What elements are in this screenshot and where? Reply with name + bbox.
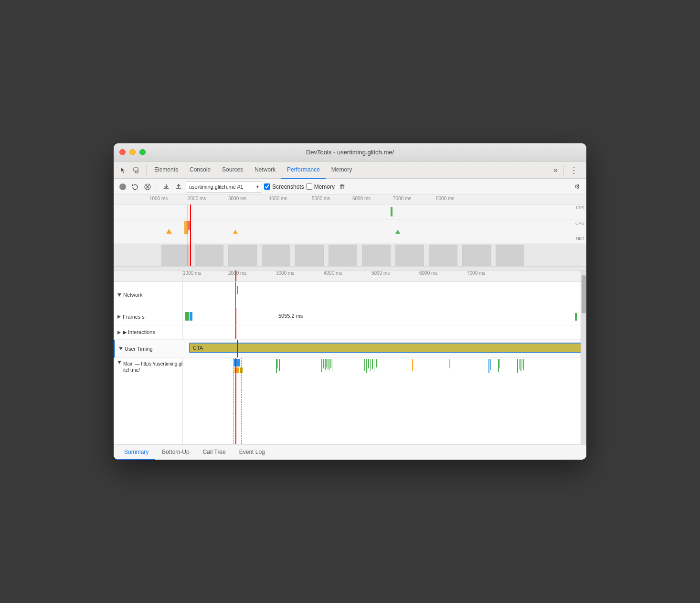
fps-label: FPS	[576, 205, 584, 210]
title-bar: DevTools - usertiming.glitch.me/	[114, 143, 586, 162]
screenshot-thumb	[228, 245, 257, 267]
net-label: NET	[576, 236, 584, 241]
device-toggle-icon[interactable]	[131, 164, 142, 176]
clear-button[interactable]	[142, 182, 153, 192]
network-collapse-icon	[117, 293, 121, 297]
user-timing-track: User Timing CTA	[114, 340, 586, 358]
frames-track: Frames s 5055.2 ms	[114, 308, 586, 325]
devtools-menu-button[interactable]: ⋮	[566, 165, 583, 175]
timeline-resize-handle[interactable]: ...	[114, 267, 586, 270]
ruler-4000: 4000 ms	[324, 270, 342, 276]
ruler-mark: 2000 ms	[188, 196, 206, 201]
screenshot-thumb	[195, 245, 223, 267]
screenshot-thumb	[262, 245, 290, 267]
screenshot-thumb	[161, 245, 190, 267]
delete-profile-button[interactable]: 🗑	[337, 182, 347, 192]
memory-checkbox[interactable]	[306, 183, 312, 190]
toolbar-end: ⚙	[572, 182, 583, 192]
interactions-track-content[interactable]	[183, 325, 586, 339]
tab-call-tree[interactable]: Call Tree	[196, 445, 233, 460]
settings-button[interactable]: ⚙	[572, 182, 583, 192]
tab-sources[interactable]: Sources	[216, 162, 249, 179]
frames-track-label[interactable]: Frames s	[114, 308, 183, 325]
screenshots-checkbox[interactable]	[264, 183, 270, 190]
fps-chart: FPS	[114, 205, 586, 220]
ruler-red-marker	[235, 270, 236, 281]
red-timeline-marker	[190, 205, 191, 267]
record-button[interactable]	[117, 182, 128, 192]
network-track-label[interactable]: Network	[114, 282, 183, 308]
tracks-area: Frames s 5055.2 ms ▶ Interactions	[114, 308, 586, 444]
profile-selector[interactable]: usertiming.glitch.me #1 ▼	[186, 181, 262, 193]
main-thread-label[interactable]: Main — https://usertiming.glitch.me/	[114, 358, 183, 444]
traffic-lights	[119, 149, 146, 155]
record-icon	[119, 183, 126, 190]
main-timeline: 1000 ms 2000 ms 3000 ms 4000 ms 5000 ms …	[114, 270, 586, 444]
ruler-5000: 5000 ms	[371, 270, 390, 276]
timeline-scrollbar[interactable]	[581, 270, 586, 444]
minimize-button[interactable]	[129, 149, 136, 155]
main-blue-block	[233, 359, 240, 366]
close-button[interactable]	[119, 149, 126, 155]
toolbar-divider	[146, 165, 147, 175]
ruler-mark: 1000 ms	[149, 196, 168, 201]
toolbar-sep-1	[157, 182, 157, 192]
ruler-mark: 5000 ms	[312, 196, 330, 201]
network-bar-blue	[237, 286, 238, 294]
screenshot-thumb	[362, 245, 391, 267]
more-tabs-button[interactable]: »	[550, 166, 562, 174]
cursor-icon[interactable]	[117, 164, 129, 176]
net-chart: NET	[114, 235, 586, 244]
green-timeline-marker	[188, 205, 188, 267]
devtools-tab-bar: Elements Console Sources Network Perform…	[114, 162, 586, 179]
interactions-track-label[interactable]: ▶ Interactions	[114, 325, 183, 339]
tab-memory[interactable]: Memory	[326, 162, 358, 179]
scrollbar-thumb[interactable]	[582, 275, 586, 313]
screenshot-thumb	[395, 245, 424, 267]
tab-bottom-up[interactable]: Bottom-Up	[155, 445, 196, 460]
screenshot-thumb	[462, 245, 491, 267]
save-profile-button[interactable]	[173, 182, 184, 192]
fps-bar	[391, 207, 392, 216]
svg-rect-1	[136, 171, 138, 173]
dashed-green-long	[238, 358, 238, 434]
tab-performance[interactable]: Performance	[281, 162, 326, 179]
main-thread-collapse-icon	[117, 361, 121, 364]
tab-network[interactable]: Network	[249, 162, 281, 179]
frames-collapse-icon	[117, 315, 121, 319]
ruler-2000: 2000 ms	[228, 270, 246, 276]
maximize-button[interactable]	[139, 149, 146, 155]
frames-red-line	[235, 308, 236, 325]
timeline-overview[interactable]: 1000 ms 2000 ms 3000 ms 4000 ms 5000 ms …	[114, 195, 586, 267]
tab-summary[interactable]: Summary	[117, 445, 155, 460]
tab-event-log[interactable]: Event Log	[233, 445, 272, 460]
performance-toolbar: usertiming.glitch.me #1 ▼ Screenshots Me…	[114, 179, 586, 195]
network-track: Network	[114, 282, 586, 308]
ruler-6000: 6000 ms	[419, 270, 437, 276]
ruler-marks-area: 1000 ms 2000 ms 3000 ms 4000 ms 5000 ms …	[183, 270, 586, 281]
perf-indicator	[395, 230, 400, 234]
profile-select-arrow-icon: ▼	[255, 184, 260, 189]
ruler-mark: 3000 ms	[228, 196, 246, 201]
devtools-window: DevTools - usertiming.glitch.me/ Element…	[114, 143, 586, 460]
memory-checkbox-item[interactable]: Memory	[306, 183, 335, 190]
cta-bar[interactable]: CTA	[189, 343, 582, 353]
frames-track-content[interactable]: 5055.2 ms	[183, 308, 586, 325]
window-title: DevTools - usertiming.glitch.me/	[306, 149, 394, 156]
user-timing-track-label[interactable]: User Timing	[115, 340, 184, 357]
reload-record-button[interactable]	[130, 182, 140, 192]
main-red-line	[235, 358, 236, 444]
dashed-blue	[241, 358, 242, 444]
ruler-mark: 7000 ms	[393, 196, 411, 201]
user-timing-track-content[interactable]: CTA	[184, 340, 586, 357]
network-track-content[interactable]	[183, 282, 586, 308]
tab-console[interactable]: Console	[184, 162, 216, 179]
load-profile-button[interactable]	[161, 182, 171, 192]
screenshot-thumb	[329, 245, 357, 267]
main-thread-content[interactable]	[183, 358, 586, 444]
interactions-track: ▶ Interactions	[114, 325, 586, 340]
screenshots-checkbox-item[interactable]: Screenshots	[264, 183, 304, 190]
tab-elements[interactable]: Elements	[148, 162, 184, 179]
frame-green	[185, 312, 189, 321]
interactions-red-line	[235, 325, 236, 339]
